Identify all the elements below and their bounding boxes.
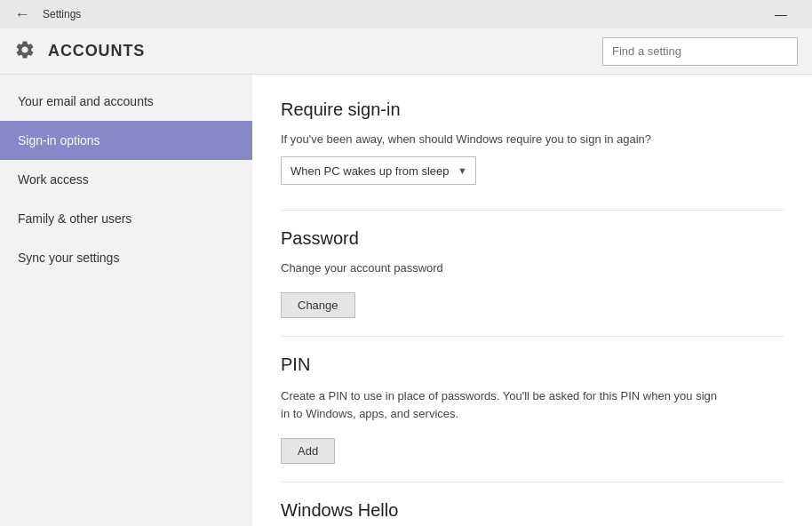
pin-title: PIN [281, 355, 784, 375]
change-password-button[interactable]: Change [281, 292, 355, 318]
sidebar-item-sync-settings[interactable]: Sync your settings [0, 238, 252, 277]
sidebar-item-email-accounts[interactable]: Your email and accounts [0, 82, 252, 121]
divider-1 [281, 210, 784, 211]
search-input[interactable] [602, 37, 798, 66]
sidebar-item-family-other-users[interactable]: Family & other users [0, 199, 252, 238]
header-bar: ACCOUNTS [0, 28, 812, 75]
password-description: Change your account password [281, 261, 784, 275]
content-area: Require sign-in If you've been away, whe… [252, 75, 812, 526]
require-signin-title: Require sign-in [281, 100, 784, 120]
minimize-button[interactable]: — [760, 0, 801, 28]
sidebar: Your email and accounts Sign-in options … [0, 75, 252, 526]
header-title: ACCOUNTS [48, 42, 145, 60]
sleep-dropdown[interactable]: When PC wakes up from sleep Never 1 minu… [281, 156, 476, 185]
windows-hello-title: Windows Hello [281, 500, 784, 521]
title-bar: ← Settings — [0, 0, 812, 28]
title-bar-title: Settings [43, 8, 81, 20]
add-pin-button[interactable]: Add [281, 438, 335, 464]
require-signin-description: If you've been away, when should Windows… [281, 132, 784, 146]
sleep-dropdown-container: When PC wakes up from sleep Never 1 minu… [281, 156, 476, 185]
sidebar-item-work-access[interactable]: Work access [0, 160, 252, 199]
require-signin-dropdown-wrapper: When PC wakes up from sleep Never 1 minu… [281, 156, 784, 185]
title-bar-left: ← Settings [11, 5, 81, 24]
gear-icon [14, 39, 36, 64]
sidebar-item-sign-in-options[interactable]: Sign-in options [0, 121, 252, 160]
main-layout: Your email and accounts Sign-in options … [0, 75, 812, 526]
title-bar-controls: — [760, 0, 801, 28]
pin-description: Create a PIN to use in place of password… [281, 387, 725, 422]
divider-2 [281, 336, 784, 337]
divider-3 [281, 482, 784, 482]
password-title: Password [281, 228, 784, 249]
back-button[interactable]: ← [11, 5, 34, 24]
